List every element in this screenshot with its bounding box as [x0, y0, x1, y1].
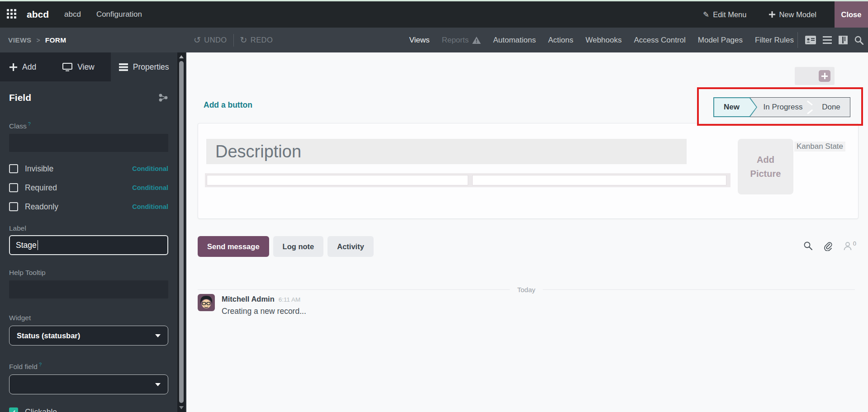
- readonly-row: Readonly Conditional: [9, 202, 168, 212]
- breadcrumb-views[interactable]: VIEWS: [8, 36, 31, 44]
- empty-field-slot[interactable]: [472, 175, 726, 185]
- class-input[interactable]: [9, 134, 168, 152]
- nav-reports[interactable]: Reports: [442, 36, 481, 45]
- description-field[interactable]: Description: [206, 139, 687, 164]
- activity-button[interactable]: Activity: [327, 236, 374, 257]
- chevron-down-icon: [155, 334, 161, 337]
- share-graph-icon[interactable]: [158, 93, 168, 102]
- add-page-button[interactable]: [795, 67, 835, 85]
- log-note-button[interactable]: Log note: [273, 236, 324, 257]
- message-timestamp: 6:11 AM: [279, 296, 301, 303]
- form-editor-canvas: New In Progress Done Add a button Descri…: [186, 52, 868, 412]
- plus-icon: [819, 70, 830, 82]
- tab-add[interactable]: Add: [1, 52, 44, 81]
- label-input[interactable]: Stage: [9, 235, 168, 255]
- required-checkbox[interactable]: [9, 183, 18, 192]
- statusbar-widget: New In Progress Done: [713, 97, 850, 117]
- readonly-checkbox[interactable]: [9, 202, 18, 211]
- nav-views[interactable]: Views: [409, 36, 430, 45]
- text-cursor: [38, 240, 38, 250]
- help-question-icon: ?: [39, 362, 42, 367]
- search-icon[interactable]: [804, 242, 812, 250]
- message-author[interactable]: Mitchell Admin: [222, 295, 275, 303]
- paperclip-icon[interactable]: [823, 242, 832, 251]
- readonly-conditional-link[interactable]: Conditional: [132, 203, 168, 210]
- send-message-button[interactable]: Send message: [198, 236, 269, 257]
- invisible-row: Invisible Conditional: [9, 164, 168, 174]
- undo-redo-group: ↺ UNDO ↻ REDO: [194, 28, 273, 52]
- stage-in-progress[interactable]: In Progress: [758, 98, 808, 117]
- chevron-down-icon: [155, 383, 161, 386]
- required-conditional-link[interactable]: Conditional: [132, 184, 168, 191]
- undo-icon: ↺: [194, 36, 201, 44]
- widget-label: Widget: [9, 314, 168, 322]
- editor-nav: Views Reports Automations Actions Webhoo…: [409, 28, 794, 52]
- scroll-up-icon[interactable]: [179, 55, 184, 58]
- invisible-conditional-link[interactable]: Conditional: [132, 165, 168, 172]
- chevron-separator: [806, 99, 813, 115]
- clickable-checkbox[interactable]: ✓: [9, 407, 18, 412]
- chatter-icons: 0: [804, 242, 856, 251]
- add-picture-button[interactable]: Add Picture: [738, 139, 793, 194]
- search-icon[interactable]: [854, 36, 863, 45]
- toolbar-divider: [233, 34, 234, 47]
- menu-item-abcd[interactable]: abcd: [64, 10, 81, 19]
- menu-item-configuration[interactable]: Configuration: [96, 10, 142, 19]
- view-switcher: [797, 32, 863, 48]
- invisible-checkbox[interactable]: [9, 164, 18, 173]
- edit-menu-button[interactable]: ✎ Edit Menu: [703, 10, 746, 19]
- nav-model-pages[interactable]: Model Pages: [698, 36, 743, 45]
- followers-button[interactable]: 0: [843, 242, 856, 251]
- nav-actions[interactable]: Actions: [548, 36, 574, 45]
- stage-new[interactable]: New: [713, 97, 757, 117]
- scrollbar-thumb[interactable]: [179, 61, 184, 403]
- follower-count: 0: [853, 240, 856, 247]
- studio-sidebar: Add View Properties Field: [0, 52, 186, 412]
- tab-view[interactable]: View: [56, 52, 101, 81]
- list-view-icon[interactable]: [823, 36, 832, 44]
- empty-field-slot[interactable]: [207, 175, 468, 185]
- pencil-icon: ✎: [703, 10, 709, 19]
- fold-field-select[interactable]: [9, 374, 168, 394]
- warning-triangle-icon: [472, 37, 481, 44]
- undo-button[interactable]: ↺ UNDO: [194, 36, 227, 44]
- widget-select[interactable]: Status (statusbar): [9, 326, 168, 346]
- nav-webhooks[interactable]: Webhooks: [585, 36, 621, 45]
- fold-field-label: Fold field?: [9, 362, 168, 371]
- tab-properties[interactable]: Properties: [111, 52, 186, 81]
- breadcrumb: VIEWS > FORM: [8, 28, 66, 52]
- nav-access-control[interactable]: Access Control: [634, 36, 685, 45]
- label-label: Label: [9, 224, 168, 232]
- scroll-down-icon[interactable]: [179, 406, 184, 409]
- studio-toolbar: VIEWS > FORM ↺ UNDO ↻ REDO Views Reports…: [0, 28, 868, 52]
- class-label: Class?: [9, 121, 168, 130]
- help-tooltip-input[interactable]: [9, 280, 168, 298]
- form-sheet: Description Add Picture Kanban State: [198, 123, 859, 219]
- date-divider: Today: [198, 286, 855, 294]
- redo-icon: ↻: [240, 36, 247, 44]
- nav-automations[interactable]: Automations: [493, 36, 536, 45]
- app-brand: abcd: [27, 9, 49, 20]
- check-icon: ✓: [11, 409, 16, 412]
- properties-panel: Field Class? Invisible Conditional Requi…: [0, 81, 186, 412]
- top-bar: abcd abcd Configuration ✎ Edit Menu New …: [0, 1, 868, 28]
- kanban-view-icon[interactable]: [839, 36, 848, 44]
- new-model-button[interactable]: New Model: [769, 10, 816, 19]
- description-placeholder: Description: [215, 142, 301, 161]
- field-row: [205, 173, 730, 187]
- avatar: [198, 294, 215, 311]
- nav-filter-rules[interactable]: Filter Rules: [755, 36, 794, 45]
- add-a-button-link[interactable]: Add a button: [204, 100, 252, 110]
- breadcrumb-form: FORM: [45, 36, 66, 44]
- sidebar-scrollbar[interactable]: [177, 52, 185, 412]
- required-row: Required Conditional: [9, 183, 168, 193]
- help-tooltip-label: Help Tooltip: [9, 269, 168, 277]
- redo-button[interactable]: ↻ REDO: [240, 36, 273, 44]
- kanban-state-field[interactable]: Kanban State: [794, 142, 845, 152]
- person-icon: [843, 242, 852, 251]
- apps-grid-icon[interactable]: [7, 9, 18, 20]
- contact-card-icon[interactable]: [805, 36, 816, 44]
- monitor-icon: [62, 63, 72, 71]
- stage-done[interactable]: Done: [812, 98, 850, 117]
- close-button[interactable]: Close: [835, 1, 868, 28]
